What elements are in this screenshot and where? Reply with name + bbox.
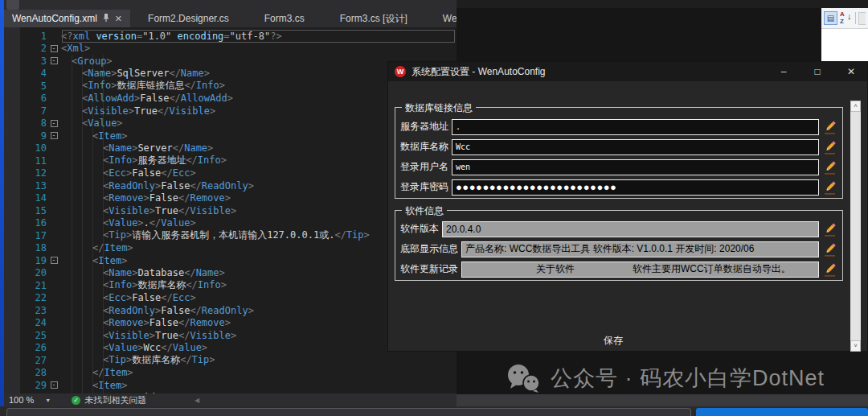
minimize-button[interactable]: – — [777, 66, 790, 77]
tab-form2-designer-cs[interactable]: Form2.Designer.cs — [130, 10, 247, 27]
field-row: 软件更新记录关于软件软件主要用WCC订单数据自动导出。 — [400, 259, 837, 279]
collapse-icon[interactable]: - — [51, 57, 58, 64]
line-number: 28 — [20, 367, 47, 378]
categorized-icon[interactable]: ▤ — [824, 11, 837, 25]
zoom-selector[interactable]: 100 % ▼ — [9, 395, 51, 405]
field-input[interactable]: 20.0.4.0 — [442, 221, 819, 237]
line-number: 22 — [20, 292, 47, 303]
code-text: </Item> — [61, 367, 133, 378]
field-input[interactable]: 关于软件软件主要用WCC订单数据自动导出。 — [461, 262, 819, 278]
tab-form3-cs[interactable]: Form3.cs — [247, 10, 322, 27]
edit-pencil-icon[interactable] — [824, 140, 837, 154]
collapse-icon[interactable]: - — [51, 132, 58, 139]
edit-pencil-icon[interactable] — [824, 160, 837, 175]
dialog-title-bar[interactable]: W 系统配置设置 - WenAutoConfig – □ ✕ — [388, 62, 867, 81]
field-label: 数据库名称 — [400, 140, 448, 154]
code-text: </Item> — [61, 242, 133, 253]
collapse-icon[interactable]: - — [51, 120, 58, 127]
update-note-text: 软件主要用WCC订单数据自动导出。 — [633, 262, 791, 276]
red-marks — [461, 1, 470, 6]
edit-pencil-icon[interactable] — [824, 222, 837, 237]
field-input[interactable]: Wcc — [452, 139, 819, 155]
code-text: <ReadOnly>False</ReadOnly> — [61, 180, 254, 192]
code-text: <Value>Wcc</Value> — [61, 342, 207, 353]
dialog-body: 软件信息软件版本20.0.4.0底部显示信息产品名称: WCC数据导出工具 软件… — [388, 81, 867, 352]
line-number: 27 — [20, 355, 47, 366]
groupbox-2: 软件信息软件版本20.0.4.0底部显示信息产品名称: WCC数据导出工具 软件… — [395, 210, 843, 281]
line-number: 9 — [20, 130, 47, 142]
code-line[interactable]: 1<?xml version="1.0" encoding="utf-8"?> — [20, 30, 457, 43]
code-text: <Visible>True</Visible> — [61, 105, 215, 117]
line-number: 17 — [20, 230, 47, 241]
line-number: 6 — [20, 93, 47, 104]
field-input[interactable]: wen — [452, 159, 819, 175]
tab-wensh[interactable]: WenSh — [425, 10, 457, 27]
field-label: 软件版本 — [400, 222, 439, 236]
fold-margin: - — [47, 132, 61, 139]
code-text: <Group> — [61, 56, 113, 67]
maximize-button[interactable]: □ — [811, 66, 824, 77]
fold-margin: - — [47, 57, 61, 64]
code-text: <Item> — [61, 380, 127, 391]
code-text: <Info>数据库名称</Info> — [61, 278, 227, 292]
sort-alphabetical-icon[interactable]: A Z ↓ — [840, 11, 853, 26]
code-text: <Ecc>False</Ecc> — [61, 167, 196, 179]
edit-pencil-icon[interactable] — [824, 180, 837, 195]
field-label: 软件更新记录 — [400, 262, 458, 276]
fold-margin: - — [47, 381, 61, 389]
tab-wenautoconfig-xml[interactable]: WenAutoConfig.xml✕ — [4, 10, 130, 27]
field-label: 服务器地址 — [400, 120, 448, 134]
close-tab-icon[interactable]: ✕ — [115, 14, 122, 23]
code-line[interactable]: 28</Item> — [20, 367, 457, 380]
about-software-button[interactable]: 关于软件 — [536, 262, 575, 276]
properties-toolbar: ▤ A Z ↓ — [821, 8, 868, 29]
pin-icon[interactable] — [103, 14, 109, 23]
properties-body — [821, 29, 868, 61]
collapse-icon[interactable]: - — [51, 257, 58, 264]
code-line[interactable]: 27<Tip>数据库名称</Tip> — [20, 354, 457, 367]
field-row: 服务器地址. — [400, 117, 837, 137]
tab-label: Form3.cs — [264, 13, 305, 24]
edit-pencil-icon[interactable] — [824, 262, 837, 277]
chevron-down-icon: ▼ — [45, 397, 51, 403]
toolbar-icon-partial[interactable] — [858, 12, 866, 25]
edit-pencil-icon[interactable] — [824, 120, 837, 134]
tab-form3-cs-[interactable]: Form3.cs [设计] — [322, 10, 425, 27]
code-text: <Remove>False</Remove> — [61, 192, 231, 204]
line-number: 23 — [20, 305, 47, 316]
scroll-up-icon[interactable]: ˄ — [850, 101, 861, 112]
groupbox-title: 软件信息 — [402, 204, 447, 218]
scroll-down-icon[interactable]: ˅ — [850, 340, 861, 352]
fold-margin: - — [47, 257, 61, 264]
line-number: 20 — [20, 267, 47, 278]
code-line[interactable]: 2-<Xml> — [20, 43, 457, 56]
line-number: 11 — [20, 155, 47, 167]
save-button[interactable]: 保存 — [388, 334, 838, 348]
line-number: 12 — [20, 167, 47, 179]
code-text: <ReadOnly>False</ReadOnly> — [61, 305, 254, 316]
config-dialog: W 系统配置设置 - WenAutoConfig – □ ✕ 软件信息软件版本2… — [387, 61, 868, 352]
code-text: <Value>.</Value> — [61, 217, 196, 229]
code-text: <AllowAdd>False</AllowAdd> — [61, 93, 233, 104]
field-input[interactable]: ●●●●●●●●●●●●●●●●●●●●●●●● — [452, 179, 819, 196]
edit-pencil-icon[interactable] — [824, 242, 837, 257]
code-text: <Visible>True</Visible> — [61, 205, 236, 216]
bottom-blue-window-edge — [696, 408, 868, 416]
top-left-fragment — [6, 0, 19, 10]
close-button[interactable]: ✕ — [845, 66, 858, 77]
collapse-icon[interactable]: - — [51, 45, 58, 52]
field-label: 登录库密码 — [400, 180, 448, 194]
fold-margin: - — [47, 120, 61, 127]
screen: WenAutoConfig.xml✕Form2.Designer.csForm3… — [0, 0, 868, 416]
field-input[interactable]: . — [452, 119, 819, 135]
collapse-left-icon[interactable]: ◀ — [194, 397, 199, 404]
tab-label: WenAutoConfig.xml — [12, 13, 97, 24]
code-text: <Tip>数据库名称</Tip> — [61, 353, 215, 367]
code-line[interactable]: 29-<Item> — [20, 379, 457, 392]
fold-margin: - — [47, 45, 61, 52]
editor-left-margin — [4, 27, 20, 406]
code-text: <Item> — [61, 255, 127, 266]
collapse-icon[interactable]: - — [51, 381, 58, 389]
dialog-scrollbar[interactable]: ˄ ˅ — [850, 101, 861, 352]
field-input[interactable]: 产品名称: WCC数据导出工具 软件版本: V1.0.0.1 开发时间: 202… — [461, 241, 819, 257]
